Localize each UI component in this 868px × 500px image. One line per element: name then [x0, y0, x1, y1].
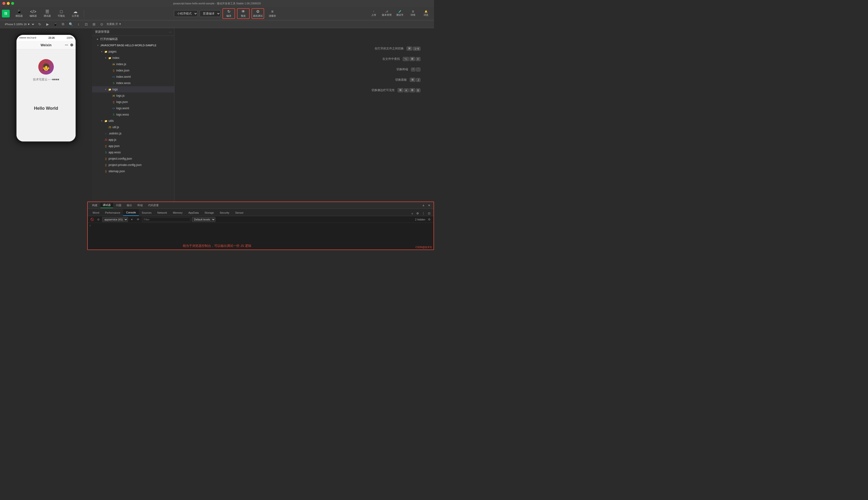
- shortcut-terminal: 切换终端 ^ `: [178, 67, 420, 71]
- tree-app-wxss[interactable]: S app.wxss: [92, 149, 174, 156]
- maximize-button[interactable]: [11, 2, 14, 5]
- tab-performance[interactable]: Performance: [102, 209, 123, 216]
- editor-icon: </>: [30, 10, 36, 14]
- tree-project-private-json[interactable]: {} project.private.config.json: [92, 162, 174, 168]
- eslintrc-label: .eslintrc.js: [109, 132, 121, 135]
- compile-select[interactable]: 普通编译: [200, 10, 221, 17]
- tree-logs-json[interactable]: {} logs.json: [92, 99, 174, 105]
- visualize-btn[interactable]: □ 可视化: [55, 8, 68, 19]
- tree-index-wxss[interactable]: S index.wxss: [92, 80, 174, 86]
- js-icon: JS: [104, 138, 108, 141]
- tab-security[interactable]: Security: [217, 209, 233, 216]
- tab-problems[interactable]: 问题: [114, 203, 124, 208]
- tab-sensor[interactable]: Sensor: [232, 209, 246, 216]
- eye-icon[interactable]: 👁: [136, 217, 140, 222]
- tree-index-folder[interactable]: ▼ 📁 index: [92, 55, 174, 61]
- tree-utils-folder[interactable]: ▼ 📁 utils: [92, 118, 174, 124]
- tree-project-config-json[interactable]: {} project.config.json: [92, 156, 174, 162]
- more-options-icon[interactable]: ⋮: [421, 211, 426, 216]
- tree-index-js[interactable]: JS index.js: [92, 61, 174, 67]
- tree-sitemap-json[interactable]: {} sitemap.json: [92, 168, 174, 174]
- tree-app-js[interactable]: JS app.js: [92, 137, 174, 143]
- chevron-down-icon: ▼: [101, 120, 103, 122]
- test-btn[interactable]: 🧪 测试号: [394, 8, 406, 19]
- mode-select[interactable]: 小程序模式: [174, 10, 198, 17]
- real-device-btn[interactable]: ⚙ 真机调试: [251, 8, 264, 19]
- tree-logs-js[interactable]: JS logs.js: [92, 92, 174, 99]
- tree-logs-wxml[interactable]: <> logs.wxml: [92, 105, 174, 111]
- tree-logs-folder[interactable]: ▼ 📁 logs: [92, 86, 174, 92]
- refresh-btn[interactable]: ↻: [37, 21, 43, 27]
- copy-btn[interactable]: ⧉: [60, 21, 66, 27]
- console-filter-icon[interactable]: ⊘: [96, 217, 101, 222]
- tree-index-wxml[interactable]: <> index.wxml: [92, 73, 174, 80]
- debug-close-btn[interactable]: ✕: [427, 203, 431, 208]
- logs-wxss-label: logs.wxss: [116, 113, 129, 116]
- editor-btn[interactable]: </> 编辑器: [27, 8, 40, 19]
- pointer-btn[interactable]: ↕: [76, 21, 81, 27]
- notification-btn[interactable]: 🔔 消息: [420, 8, 432, 19]
- tree-pages-folder[interactable]: ▼ 📁 pages: [92, 48, 174, 55]
- tab-build[interactable]: 构建: [90, 203, 100, 208]
- version-btn[interactable]: ⎇ 版本管理: [381, 8, 393, 19]
- detail-btn[interactable]: ☰ 详情: [407, 8, 419, 19]
- layout-btn[interactable]: ⊡: [83, 21, 89, 27]
- clear-cache-btn[interactable]: ≡ 清缓存: [266, 8, 279, 19]
- upload-label: 上传: [371, 13, 376, 17]
- settings-icon[interactable]: ⚙: [415, 211, 420, 216]
- tab-appdata[interactable]: AppData: [185, 209, 202, 216]
- phone-status-bar: ●●●●● WeChat令 23:26 100%: [16, 35, 76, 41]
- share-btn[interactable]: ⊙: [99, 21, 105, 27]
- tree-index-json[interactable]: {} index.json: [92, 67, 174, 73]
- tab-code-quality[interactable]: 代码质量: [146, 203, 161, 208]
- minimize-button[interactable]: [7, 2, 10, 5]
- debugger-btn[interactable]: ☰ 调试器: [41, 8, 54, 19]
- debug-up-btn[interactable]: ∧: [421, 203, 426, 208]
- close-button[interactable]: [2, 2, 5, 5]
- tree-eslintrc[interactable]: ✓ .eslintrc.js: [92, 130, 174, 137]
- service-chevron-icon[interactable]: ▾: [129, 217, 134, 222]
- simulator-btn[interactable]: 📱 模拟器: [13, 8, 26, 19]
- tab-memory[interactable]: Memory: [170, 209, 185, 216]
- console-clear-btn[interactable]: 🚫: [90, 217, 94, 222]
- tab-console[interactable]: Console: [123, 209, 139, 216]
- tree-logs-wxss[interactable]: S logs.wxss: [92, 111, 174, 118]
- tree-project-root[interactable]: ▼ JAVASCRIPT-BASE-HELLO-WORLD-SAMPLE: [92, 42, 174, 48]
- tree-app-json[interactable]: {} app.json: [92, 143, 174, 149]
- play-btn[interactable]: ▶: [45, 21, 50, 27]
- service-select[interactable]: appservice (#1): [102, 217, 128, 222]
- hot-reload-text[interactable]: 热重载 开 ▼: [106, 22, 121, 26]
- upload-btn[interactable]: ↑ 上传: [368, 8, 380, 19]
- editor-label: 编辑器: [30, 14, 37, 18]
- tab-storage[interactable]: Storage: [202, 209, 217, 216]
- phone-avatar: 👧: [38, 59, 54, 75]
- search-btn[interactable]: 🔍: [68, 21, 74, 27]
- level-select[interactable]: Default levels: [192, 217, 215, 222]
- tab-output[interactable]: 输出: [124, 203, 135, 208]
- dock-icon[interactable]: ⊡: [427, 211, 431, 216]
- tab-sources[interactable]: Sources: [139, 209, 154, 216]
- console-filter-input[interactable]: [142, 217, 191, 222]
- tab-wxml[interactable]: Wxml: [90, 209, 102, 216]
- device-select[interactable]: iPhone 5 100% 16 ▼: [3, 22, 35, 26]
- key-1-9: 1~9: [413, 47, 420, 50]
- phone-nav-title: Weixin: [41, 43, 52, 47]
- screen-btn[interactable]: ⊞: [91, 21, 97, 27]
- compile-btn[interactable]: ↻ 编译: [223, 8, 235, 19]
- tab-network[interactable]: Network: [154, 209, 170, 216]
- console-settings-icon[interactable]: ⚙: [427, 217, 431, 222]
- phone-icon-btn[interactable]: 📱: [52, 21, 58, 27]
- cloud-btn[interactable]: ☁ 云开发: [69, 8, 82, 19]
- wxss-icon: S: [112, 81, 115, 85]
- devtools-more-btn[interactable]: »: [410, 211, 414, 216]
- tab-terminal[interactable]: 终端: [135, 203, 145, 208]
- shortcut-sidebar: 切换侧边栏可见性 ⌘ K ⌘ B: [178, 88, 420, 92]
- tree-open-editors[interactable]: ▶ 打开的编辑器: [92, 36, 174, 42]
- tab-debugger[interactable]: 调试器: [100, 203, 113, 208]
- more-icon[interactable]: ···: [169, 30, 171, 34]
- simulator-icon: 📱: [16, 10, 22, 14]
- project-private-label: project.private.config.json: [109, 163, 142, 167]
- preview-btn[interactable]: 👁 预览: [237, 8, 250, 19]
- tree-util-js[interactable]: JS util.js: [92, 124, 174, 130]
- console-prompt[interactable]: ›: [90, 224, 431, 227]
